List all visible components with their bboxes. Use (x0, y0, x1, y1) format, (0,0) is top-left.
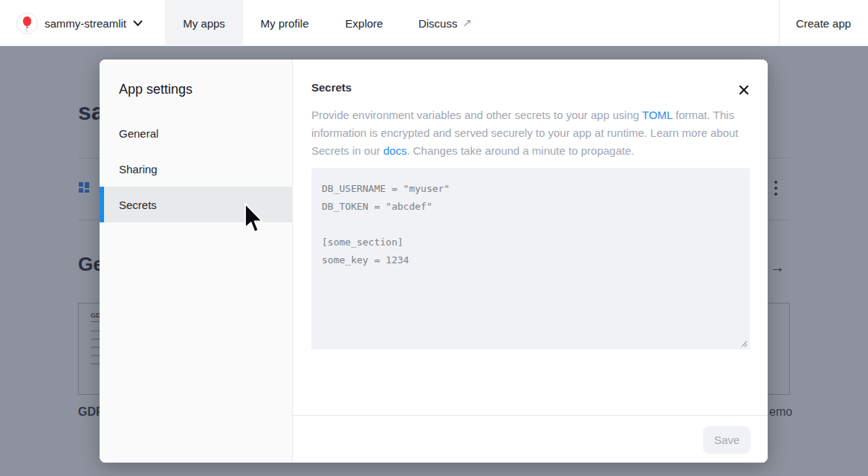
secrets-panel: Secrets Provide environment variables an… (293, 60, 768, 463)
tab-my-profile-label: My profile (260, 17, 308, 30)
close-button[interactable] (737, 83, 751, 97)
sidebar-item-general[interactable]: General (100, 115, 292, 151)
settings-sidebar: App settings General Sharing Secrets (100, 60, 293, 463)
secrets-textarea[interactable]: DB_USERNAME = "myuser" DB_TOKEN = "abcde… (311, 168, 750, 350)
secrets-editor-container: DB_USERNAME = "myuser" DB_TOKEN = "abcde… (311, 168, 750, 350)
sidebar-item-label: General (119, 127, 158, 140)
top-navbar: sammy-streamlit My apps My profile Explo… (0, 0, 868, 46)
sidebar-item-secrets[interactable]: Secrets (100, 187, 292, 222)
docs-link[interactable]: docs (383, 144, 407, 157)
settings-title: App settings (100, 60, 292, 97)
workspace-switcher[interactable]: sammy-streamlit (16, 0, 143, 46)
create-app-label: Create app (796, 17, 851, 30)
tab-my-profile[interactable]: My profile (247, 0, 323, 46)
sidebar-item-sharing[interactable]: Sharing (100, 151, 292, 187)
modal-footer: Save (293, 415, 768, 463)
workspace-name: sammy-streamlit (45, 17, 126, 30)
app-settings-modal: App settings General Sharing Secrets Sec… (100, 60, 768, 463)
description-text: . Changes take around a minute to propag… (407, 144, 634, 157)
streamlit-balloon-logo (16, 13, 38, 34)
tab-discuss[interactable]: Discuss ↗ (404, 0, 487, 46)
description-text: Provide environment variables and other … (311, 109, 642, 121)
tab-my-apps-label: My apps (183, 17, 225, 30)
create-app-button[interactable]: Create app (779, 0, 868, 46)
panel-title: Secrets (311, 81, 352, 94)
sidebar-item-label: Sharing (119, 163, 158, 176)
app-window: sammy-streamlit My apps My profile Explo… (0, 0, 868, 476)
settings-menu: General Sharing Secrets (100, 115, 292, 222)
tab-explore-label: Explore (346, 17, 383, 30)
toml-link[interactable]: TOML (642, 109, 673, 121)
tab-discuss-label: Discuss (418, 17, 458, 30)
balloon-icon (17, 13, 37, 33)
resize-handle-icon[interactable] (739, 339, 748, 348)
chevron-down-icon (133, 20, 143, 27)
tab-explore[interactable]: Explore (332, 0, 396, 46)
sidebar-item-label: Secrets (119, 199, 157, 211)
external-link-icon: ↗ (462, 16, 472, 30)
close-icon (739, 85, 749, 95)
secrets-description: Provide environment variables and other … (311, 106, 746, 160)
save-button[interactable]: Save (703, 426, 751, 454)
tab-my-apps[interactable]: My apps (165, 0, 243, 46)
